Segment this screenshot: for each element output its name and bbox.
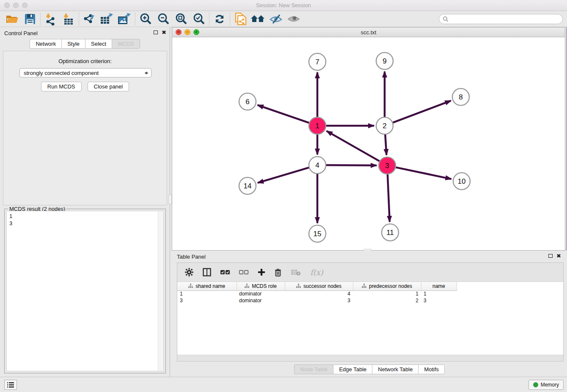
settings-gear-button[interactable] bbox=[185, 268, 193, 276]
search-box[interactable] bbox=[439, 14, 563, 24]
column-header-predecessor-nodes[interactable]: predecessor nodes bbox=[353, 282, 421, 290]
search-icon bbox=[443, 16, 449, 22]
edge-2-3[interactable] bbox=[385, 134, 386, 155]
attribute-icon bbox=[245, 284, 249, 288]
criterion-value: strongly connected component bbox=[24, 70, 99, 76]
graph-node-label: 2 bbox=[383, 122, 386, 130]
edge-4-14[interactable] bbox=[258, 168, 309, 183]
zoom-fit-button[interactable] bbox=[172, 12, 190, 26]
save-session-button[interactable] bbox=[21, 12, 39, 26]
export-image-button[interactable] bbox=[116, 12, 134, 26]
zoom-out-icon bbox=[157, 13, 170, 25]
network-graph[interactable]: 7968124314101511 bbox=[172, 37, 565, 250]
close-panel-icon[interactable]: ✖ bbox=[556, 253, 561, 259]
run-mcds-button[interactable]: Run MCDS bbox=[41, 82, 82, 91]
trash-icon bbox=[275, 268, 281, 276]
show-eye-icon bbox=[287, 14, 300, 25]
column-header-name[interactable]: name bbox=[421, 282, 457, 290]
table-footer-strip bbox=[177, 355, 563, 361]
import-table-button[interactable] bbox=[60, 12, 77, 26]
close-panel-button[interactable]: Close panel bbox=[88, 82, 129, 91]
select-stepper-icon bbox=[143, 69, 149, 76]
attribute-icon bbox=[188, 284, 193, 288]
export-network-icon bbox=[83, 13, 96, 25]
tab-select[interactable]: Select bbox=[85, 39, 112, 49]
mcds-panel: Optimization criterion: strongly connect… bbox=[3, 51, 167, 205]
tab-node-table[interactable]: Node Table bbox=[294, 364, 333, 374]
mcds-result-box: MCDS result (2 nodes) 1 3 bbox=[4, 209, 166, 373]
status-bar: Memory bbox=[0, 377, 567, 392]
close-panel-icon[interactable]: ✖ bbox=[162, 30, 166, 35]
delete-column-button[interactable] bbox=[275, 268, 281, 276]
network-canvas[interactable]: 7968124314101511 bbox=[172, 37, 565, 250]
tab-network-table[interactable]: Network Table bbox=[372, 364, 418, 374]
control-panel-title: Control Panel bbox=[4, 30, 38, 36]
table-container: f(x) shared name MCDS role successor nod… bbox=[177, 262, 564, 362]
delete-table-button[interactable] bbox=[291, 269, 301, 276]
edge-3-1[interactable] bbox=[327, 131, 380, 161]
refresh-icon bbox=[214, 13, 226, 25]
table-row[interactable]: 1 dominator 4 1 1 bbox=[177, 290, 457, 297]
search-input[interactable] bbox=[449, 15, 562, 23]
add-column-button[interactable] bbox=[258, 268, 265, 276]
tab-network[interactable]: Network bbox=[30, 39, 61, 49]
zoom-in-button[interactable] bbox=[137, 12, 154, 26]
edge-1-6[interactable] bbox=[258, 105, 309, 123]
export-table-icon bbox=[100, 13, 114, 25]
edge-4-3[interactable] bbox=[326, 165, 377, 166]
graph-node-label: 9 bbox=[383, 57, 386, 65]
table-row[interactable]: 3 dominator 3 2 3 bbox=[177, 297, 457, 304]
memory-button[interactable]: Memory bbox=[528, 380, 564, 390]
task-history-button[interactable] bbox=[4, 380, 17, 390]
table-toolbar: f(x) bbox=[177, 263, 563, 282]
edge-3-10[interactable] bbox=[396, 167, 451, 179]
graph-node-label: 4 bbox=[315, 161, 319, 169]
save-icon bbox=[25, 14, 36, 25]
column-header-successor-nodes[interactable]: successor nodes bbox=[285, 282, 353, 290]
network-from-file-button[interactable] bbox=[231, 12, 249, 26]
edge-2-8[interactable] bbox=[393, 101, 451, 123]
attribute-icon bbox=[296, 284, 301, 288]
column-view-button[interactable] bbox=[203, 268, 211, 276]
memory-status-icon bbox=[533, 382, 538, 387]
select-all-button[interactable] bbox=[220, 270, 230, 275]
zoom-out-button[interactable] bbox=[154, 12, 172, 26]
zoom-selected-button[interactable] bbox=[190, 12, 208, 26]
hide-eye-icon bbox=[269, 14, 283, 25]
edge-3-11[interactable] bbox=[388, 174, 390, 222]
zoom-in-icon bbox=[139, 13, 152, 25]
vertical-splitter-handle[interactable] bbox=[168, 195, 172, 204]
deselect-all-button[interactable] bbox=[239, 270, 248, 275]
float-panel-icon[interactable] bbox=[154, 30, 158, 34]
hide-selected-button[interactable] bbox=[267, 12, 285, 26]
table-tabs: Node Table Edge Table Network Table Moti… bbox=[172, 364, 567, 374]
checked-boxes-icon bbox=[220, 270, 230, 275]
mcds-result-scrollbar[interactable] bbox=[158, 211, 163, 371]
toolbar-separator bbox=[79, 13, 79, 25]
open-folder-icon bbox=[6, 14, 19, 25]
export-network-button[interactable] bbox=[80, 12, 98, 26]
graph-node-label: 10 bbox=[458, 177, 466, 185]
tab-mcds[interactable]: MCDS bbox=[112, 39, 140, 49]
attribute-icon bbox=[362, 284, 366, 288]
column-header-shared-name[interactable]: shared name bbox=[177, 282, 237, 290]
export-table-button[interactable] bbox=[98, 12, 116, 26]
refresh-button[interactable] bbox=[211, 12, 228, 26]
optimization-criterion-label: Optimization criterion: bbox=[3, 58, 167, 64]
open-session-button[interactable] bbox=[3, 12, 21, 26]
home-layout-button[interactable] bbox=[249, 12, 267, 26]
tab-motifs[interactable]: Motifs bbox=[418, 364, 445, 374]
show-all-button[interactable] bbox=[285, 12, 303, 26]
titlebar: Session: New Session bbox=[0, 0, 567, 11]
mcds-result-textarea[interactable]: 1 3 bbox=[6, 211, 164, 371]
column-header-mcds-role[interactable]: MCDS role bbox=[237, 282, 285, 290]
function-builder-button[interactable]: f(x) bbox=[310, 268, 323, 277]
graph-node-label: 8 bbox=[459, 93, 462, 101]
control-panel-header: Control Panel ✖ bbox=[0, 27, 170, 39]
float-panel-icon[interactable] bbox=[548, 254, 553, 258]
window-title: Session: New Session bbox=[0, 2, 567, 8]
criterion-select[interactable]: strongly connected component bbox=[19, 68, 151, 77]
import-network-button[interactable] bbox=[42, 12, 60, 26]
tab-style[interactable]: Style bbox=[61, 39, 85, 49]
tab-edge-table[interactable]: Edge Table bbox=[333, 364, 372, 374]
